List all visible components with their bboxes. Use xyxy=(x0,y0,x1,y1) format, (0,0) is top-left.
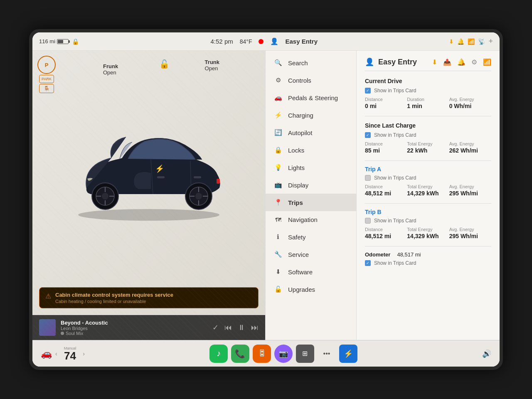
trips-icon: 📍 xyxy=(274,199,282,206)
grid-app[interactable]: ⊞ xyxy=(296,345,314,363)
time-display: 4:52 pm xyxy=(211,38,233,45)
download-icon: ⬇ xyxy=(449,38,454,45)
trip-b-title: Trip B xyxy=(365,209,491,215)
menu-item-autopilot[interactable]: 🔄 Autopilot xyxy=(266,124,356,141)
trip-a-section: Trip A Show in Trips Card Distance 48,51… xyxy=(365,166,491,197)
bluetooth-app[interactable]: ⚡ xyxy=(339,345,357,363)
main-content: P PARK 🪑 Frunk Open Trunk Open xyxy=(32,51,500,340)
svg-point-8 xyxy=(195,193,202,200)
menu-label-controls: Controls xyxy=(288,77,311,84)
since-last-charge-stats: Distance 85 mi Total Energy 22 kWh Avg. … xyxy=(365,141,491,154)
menu-item-trips[interactable]: 📍 Trips xyxy=(266,194,356,211)
menu-panel: 🔍 Search ⚙ Controls 🚗 Pedals & Steering … xyxy=(265,51,357,340)
odometer-row: Odometer 48,517 mi xyxy=(365,251,491,258)
current-drive-show-toggle[interactable]: ✓ Show in Trips Card xyxy=(365,88,491,94)
settings-icon[interactable]: ⚙ xyxy=(471,58,477,66)
controls-icon: ⚙ xyxy=(274,76,282,84)
record-indicator xyxy=(259,39,264,44)
current-drive-duration: Duration 1 min xyxy=(407,97,449,109)
battery-indicator: 116 mi xyxy=(39,38,69,44)
since-last-charge-toggle[interactable]: ✓ Show in Trips Card xyxy=(365,132,491,138)
service-icon: 🔧 xyxy=(274,251,282,258)
menu-label-trips: Trips xyxy=(288,199,303,206)
temp-control[interactable]: Manual 74 xyxy=(64,346,76,361)
trips-panel: 👤 Easy Entry ⬇ 📤 🔔 ⚙ 📶 Cu xyxy=(357,51,500,340)
svg-rect-17 xyxy=(157,176,165,178)
odometer-toggle[interactable]: ✓ Show in Trips Card xyxy=(365,260,491,266)
audio-app[interactable]: 🎛 xyxy=(253,345,271,363)
trip-a-toggle[interactable]: Show in Trips Card xyxy=(365,175,491,181)
trip-a-avg-energy: Avg. Energy 295 Wh/mi xyxy=(449,184,491,197)
trip-b-toggle[interactable]: Show in Trips Card xyxy=(365,218,491,224)
car-icon[interactable]: 🚗 xyxy=(41,348,52,359)
trip-a-distance: Distance 48,512 mi xyxy=(365,184,407,197)
autopilot-icon: 🔄 xyxy=(274,129,282,136)
share-icon[interactable]: 📤 xyxy=(443,58,451,66)
menu-item-controls[interactable]: ⚙ Controls xyxy=(266,71,356,89)
expand-icon[interactable]: + xyxy=(488,37,493,46)
trip-a-stats: Distance 48,512 mi Total Energy 14,329 k… xyxy=(365,184,491,197)
notification-icon[interactable]: 🔔 xyxy=(457,58,466,66)
trip-b-distance: Distance 48,512 mi xyxy=(365,227,407,239)
car-panel: P PARK 🪑 Frunk Open Trunk Open xyxy=(32,51,265,340)
menu-item-charging[interactable]: ⚡ Charging xyxy=(266,106,356,124)
camera-icon: 📷 xyxy=(279,349,288,358)
odometer-section: Odometer 48,517 mi ✓ Show in Trips Card xyxy=(365,251,491,266)
status-bar: 116 mi 🔒 4:52 pm 84°F 👤 Easy Entry ⬇ 🔔 📶… xyxy=(32,32,500,51)
menu-item-upgrades[interactable]: 🔓 Upgrades xyxy=(266,281,356,298)
menu-label-charging: Charging xyxy=(288,112,313,119)
divider-2 xyxy=(365,160,491,161)
range-text: 116 mi xyxy=(39,38,55,44)
navigation-icon: 🗺 xyxy=(274,216,282,223)
menu-item-lights[interactable]: 💡 Lights xyxy=(266,159,356,176)
menu-item-pedals[interactable]: 🚗 Pedals & Steering xyxy=(266,89,356,106)
current-drive-distance: Distance 0 mi xyxy=(365,97,407,109)
panel-header: 👤 Easy Entry ⬇ 📤 🔔 ⚙ 📶 xyxy=(365,57,491,71)
odometer-checkbox[interactable]: ✓ xyxy=(365,260,371,266)
car-visualization: ⚡ xyxy=(32,51,265,287)
more-apps[interactable]: ••• xyxy=(318,345,336,363)
since-last-charge-section: Since Last Charge ✓ Show in Trips Card D… xyxy=(365,122,491,154)
grid-icon: ⊞ xyxy=(302,350,308,357)
signal-bars-icon: 📶 xyxy=(483,58,491,66)
panel-icons: ⬇ 📤 🔔 ⚙ 📶 xyxy=(432,58,491,66)
menu-item-software[interactable]: ⬇ Software xyxy=(266,263,356,281)
download-icon-panel[interactable]: ⬇ xyxy=(432,58,437,66)
audio-icon: 🎛 xyxy=(258,349,266,358)
menu-label-pedals: Pedals & Steering xyxy=(288,94,338,101)
chevron-left-icon[interactable]: ‹ xyxy=(55,350,57,357)
phone-app[interactable]: 📞 xyxy=(231,345,249,363)
trip-a-energy: Total Energy 14,329 kWh xyxy=(407,184,449,197)
wifi-icon: 📶 xyxy=(468,38,475,45)
divider-3 xyxy=(365,203,491,204)
menu-label-safety: Safety xyxy=(288,234,306,241)
menu-item-display[interactable]: 📺 Display xyxy=(266,176,356,194)
since-last-charge-checkbox[interactable]: ✓ xyxy=(365,132,371,138)
menu-item-safety[interactable]: ℹ Safety xyxy=(266,228,356,246)
menu-item-navigation[interactable]: 🗺 Navigation xyxy=(266,211,356,228)
trip-a-title: Trip A xyxy=(365,166,491,172)
display-icon: 📺 xyxy=(274,181,282,189)
current-drive-energy: Avg. Energy 0 Wh/mi xyxy=(449,97,491,109)
trip-a-checkbox[interactable] xyxy=(365,175,371,181)
volume-icon[interactable]: 🔊 xyxy=(482,349,491,358)
menu-item-locks[interactable]: 🔒 Locks xyxy=(266,141,356,159)
current-drive-stats: Distance 0 mi Duration 1 min Avg. Energy… xyxy=(365,97,491,109)
bell-icon: 🔔 xyxy=(457,38,464,45)
current-drive-checkbox[interactable]: ✓ xyxy=(365,88,371,94)
lights-icon: 💡 xyxy=(274,164,282,171)
menu-label-autopilot: Autopilot xyxy=(288,129,312,136)
signal-icon: 📡 xyxy=(478,38,485,45)
upgrades-icon: 🔓 xyxy=(274,286,282,293)
menu-item-service[interactable]: 🔧 Service xyxy=(266,246,356,263)
pedals-icon: 🚗 xyxy=(274,94,282,101)
spotify-app[interactable]: ♪ xyxy=(209,345,228,363)
camera-app[interactable]: 📷 xyxy=(274,345,293,363)
trip-b-section: Trip B Show in Trips Card Distance 48,51… xyxy=(365,209,491,239)
trip-b-checkbox[interactable] xyxy=(365,218,371,224)
svg-rect-20 xyxy=(217,179,220,184)
current-drive-title: Current Drive xyxy=(365,78,491,84)
menu-item-search[interactable]: 🔍 Search xyxy=(266,54,356,71)
divider-4 xyxy=(365,246,491,246)
chevron-right-icon[interactable]: › xyxy=(83,350,85,357)
